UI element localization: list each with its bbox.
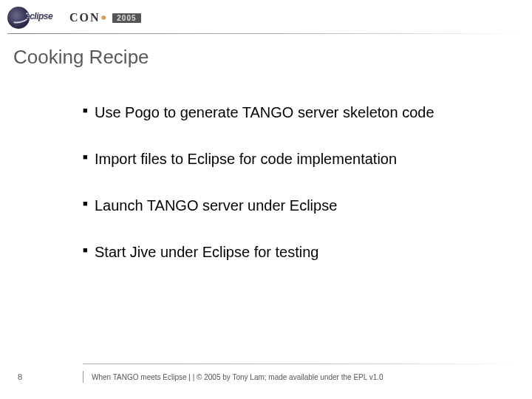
con-logo: CON• 2005: [69, 10, 141, 25]
dot-icon: •: [101, 8, 109, 27]
list-item: Use Pogo to generate TANGO server skelet…: [83, 103, 488, 122]
list-item: Launch TANGO server under Eclipse: [83, 197, 488, 215]
bullet-list: Use Pogo to generate TANGO server skelet…: [83, 103, 488, 262]
header-divider: [7, 33, 525, 34]
footer-separator: [83, 371, 83, 383]
footer-attribution: When TANGO meets Eclipse | | © 2005 by T…: [92, 373, 383, 381]
slide-footer: 8 When TANGO meets Eclipse | | © 2005 by…: [0, 366, 532, 381]
con-text: CON•: [69, 11, 109, 24]
page-number: 8: [18, 372, 22, 381]
conference-logo: eclipse CON• 2005: [7, 6, 141, 30]
year-badge: 2005: [112, 13, 140, 23]
footer-divider: [83, 364, 517, 364]
slide-title: Cooking Recipe: [13, 46, 149, 69]
list-item: Import files to Eclipse for code impleme…: [83, 150, 488, 168]
eclipse-logo: eclipse: [7, 7, 59, 29]
eclipse-wordmark: eclipse: [25, 11, 52, 21]
list-item: Start Jive under Eclipse for testing: [83, 243, 488, 262]
slide-body: Use Pogo to generate TANGO server skelet…: [83, 103, 488, 290]
